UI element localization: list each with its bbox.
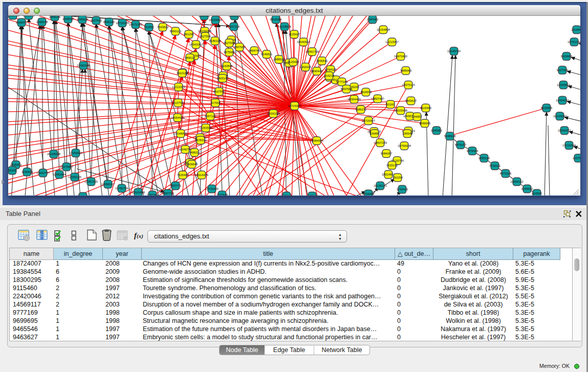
svg-text:12213967: 12213967: [385, 40, 399, 43]
svg-text:1603381: 1603381: [199, 16, 210, 17]
svg-text:1571648: 1571648: [216, 193, 228, 195]
svg-text:8267110: 8267110: [205, 115, 216, 118]
svg-text:9857771: 9857771: [170, 184, 182, 187]
svg-text:6466160: 6466160: [103, 20, 115, 24]
svg-text:15692971: 15692971: [558, 129, 571, 132]
svg-text:16961758: 16961758: [306, 50, 319, 53]
svg-text:7386372: 7386372: [355, 108, 367, 111]
svg-text:10719185: 10719185: [116, 21, 129, 25]
svg-text:10958107: 10958107: [101, 183, 115, 186]
svg-text:16154808: 16154808: [377, 28, 390, 31]
svg-text:1733426: 1733426: [397, 188, 408, 191]
svg-text:2069146: 2069146: [49, 16, 61, 18]
svg-text:9527506: 9527506: [200, 35, 211, 38]
svg-text:9474444: 9474444: [467, 149, 478, 152]
svg-text:8471626: 8471626: [500, 172, 512, 175]
svg-text:1640951: 1640951: [431, 129, 443, 132]
svg-text:12942737: 12942737: [36, 171, 50, 174]
svg-text:175923: 175923: [78, 195, 88, 195]
svg-text:20364436: 20364436: [347, 98, 361, 101]
svg-text:12505135: 12505135: [68, 176, 81, 179]
svg-text:20975887: 20975887: [60, 165, 73, 168]
svg-text:18640910: 18640910: [297, 40, 310, 43]
svg-text:1362615: 1362615: [300, 65, 312, 69]
svg-text:21053346: 21053346: [77, 64, 90, 67]
svg-text:3875685: 3875685: [224, 51, 235, 54]
svg-text:12444151: 12444151: [556, 99, 569, 102]
svg-text:17016504: 17016504: [562, 144, 576, 147]
svg-text:12975115: 12975115: [402, 83, 415, 86]
svg-text:1615132: 1615132: [386, 164, 398, 167]
svg-text:19218506: 19218506: [278, 25, 291, 28]
svg-text:1125417: 1125417: [289, 33, 300, 36]
svg-text:8878334: 8878334: [195, 139, 207, 142]
svg-text:39159: 39159: [8, 169, 16, 172]
svg-text:891295: 891295: [184, 33, 193, 36]
svg-text:16782759: 16782759: [115, 187, 128, 190]
svg-text:11353594: 11353594: [199, 126, 212, 129]
svg-text:1609948: 1609948: [186, 163, 198, 166]
svg-text:9329966: 9329966: [561, 55, 573, 58]
svg-text:(x): (x): [137, 233, 143, 239]
svg-text:12093822: 12093822: [557, 83, 570, 86]
svg-text:257164: 257164: [307, 194, 317, 195]
svg-text:62160: 62160: [386, 103, 395, 106]
svg-text:9115460: 9115460: [420, 106, 431, 110]
svg-text:16914479: 16914479: [195, 173, 208, 177]
svg-text:16671385: 16671385: [129, 23, 142, 26]
svg-text:8186328: 8186328: [209, 39, 221, 42]
svg-text:1112845: 1112845: [571, 28, 580, 31]
svg-text:196549: 196549: [402, 132, 412, 135]
svg-text:1156819: 1156819: [21, 170, 33, 173]
svg-text:8813054: 8813054: [270, 18, 282, 21]
svg-text:8215955: 8215955: [541, 106, 553, 110]
svg-text:8990448: 8990448: [311, 70, 323, 73]
svg-text:7357224: 7357224: [228, 25, 240, 28]
svg-text:9699695: 9699695: [419, 122, 431, 125]
svg-text:16136141: 16136141: [374, 184, 387, 187]
svg-text:16543362: 16543362: [189, 43, 203, 46]
svg-text:7485063: 7485063: [400, 69, 412, 72]
svg-text:10654112: 10654112: [510, 180, 523, 183]
svg-text:2835061: 2835061: [10, 163, 22, 166]
svg-text:15720407: 15720407: [362, 119, 375, 122]
svg-text:9527508: 9527508: [224, 41, 235, 45]
svg-text:19384554: 19384554: [310, 139, 324, 142]
svg-text:3498222: 3498222: [189, 151, 201, 154]
svg-text:7955812: 7955812: [316, 59, 328, 62]
svg-text:16648784: 16648784: [447, 50, 461, 53]
svg-text:2069148: 2069148: [36, 20, 48, 24]
svg-text:12923448: 12923448: [132, 191, 145, 194]
svg-text:989016: 989016: [185, 56, 194, 59]
svg-text:184957: 184957: [412, 115, 422, 118]
svg-text:1605572: 1605572: [23, 16, 35, 17]
svg-text:164219: 164219: [324, 74, 334, 77]
svg-text:2087682: 2087682: [367, 18, 379, 21]
svg-text:1125419: 1125419: [288, 60, 299, 63]
svg-text:1167533: 1167533: [573, 157, 580, 160]
svg-text:18300295: 18300295: [267, 112, 280, 115]
svg-text:917006: 917006: [210, 101, 220, 104]
svg-text:1716485: 1716485: [363, 192, 375, 195]
svg-text:19756928: 19756928: [398, 144, 411, 147]
svg-text:10210643: 10210643: [553, 115, 567, 118]
svg-text:2867608: 2867608: [234, 46, 246, 49]
svg-text:9084067: 9084067: [381, 152, 393, 155]
svg-text:9463627: 9463627: [405, 99, 417, 102]
svg-text:8454749: 8454749: [249, 49, 260, 52]
svg-text:17957255: 17957255: [84, 180, 98, 183]
svg-text:924565: 924565: [532, 192, 541, 195]
svg-text:2588520: 2588520: [273, 58, 285, 61]
svg-text:18724007: 18724007: [288, 104, 301, 107]
svg-text:10973493: 10973493: [394, 55, 407, 58]
svg-text:8427552: 8427552: [213, 90, 225, 93]
svg-text:1065526: 1065526: [77, 18, 89, 21]
svg-text:8960123: 8960123: [170, 30, 182, 33]
svg-text:9777169: 9777169: [336, 80, 348, 83]
svg-text:19054925: 19054925: [171, 116, 184, 119]
svg-text:9242848: 9242848: [221, 64, 233, 68]
svg-text:10025438: 10025438: [394, 109, 407, 112]
svg-text:1065528: 1065528: [62, 17, 74, 20]
svg-text:106886: 106886: [369, 132, 379, 135]
svg-text:6879197: 6879197: [455, 143, 467, 146]
